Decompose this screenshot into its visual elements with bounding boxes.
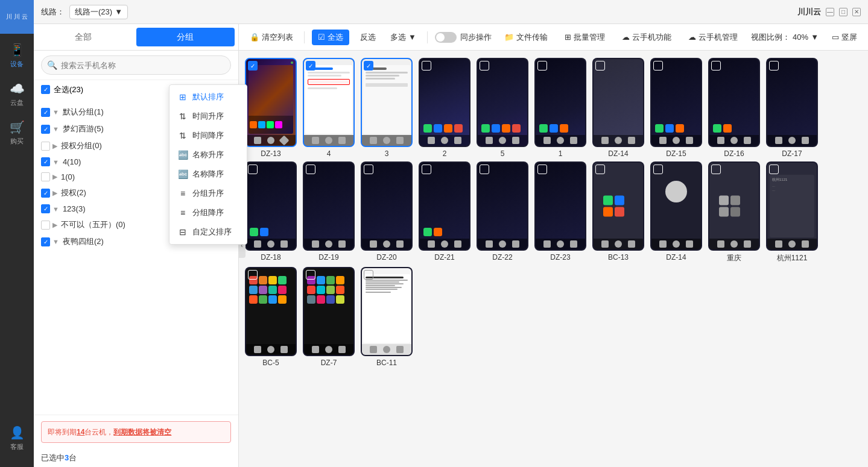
menu-item-time-desc[interactable]: ⇅ 时间降序	[169, 126, 247, 145]
sync-toggle-switch[interactable]	[435, 32, 457, 43]
sidebar-item-service-label: 客服	[10, 442, 24, 451]
phone-card-dz22[interactable]: DZ-22	[475, 161, 530, 263]
group-checkbox-menghuanxiyou[interactable]	[41, 125, 50, 134]
phone-card-bc5[interactable]: BC-5	[244, 267, 298, 367]
phone-card-4[interactable]: 4	[302, 58, 356, 158]
search-input[interactable]	[41, 55, 231, 75]
phone-card-dz18[interactable]: DZ-18	[244, 161, 298, 263]
menu-item-name-asc[interactable]: 🔤 名称升序	[169, 145, 247, 165]
bottom-bar-dz7	[304, 344, 353, 355]
phone-card-dz14b[interactable]: DZ-14	[649, 161, 703, 263]
phone-card-dz14[interactable]: DZ-14	[591, 58, 645, 158]
group-checkbox-bukexiyou[interactable]	[41, 221, 50, 230]
app-icons-1	[538, 123, 583, 134]
chevron-icon-3: ▶	[52, 142, 57, 150]
select-all-button[interactable]: ☑ 全选	[312, 30, 349, 45]
deselect-button[interactable]: 反选	[356, 30, 379, 45]
check-dz14	[595, 61, 605, 71]
tab-all[interactable]: 全部	[34, 24, 133, 50]
phone-card-dz21[interactable]: DZ-21	[417, 161, 472, 263]
chevron-icon-4: ▼	[52, 158, 59, 166]
multi-select-button[interactable]: 多选 ▼	[387, 30, 420, 45]
phone-card-bc11[interactable]: BC-11	[360, 267, 414, 367]
portrait-label: 竖屏	[841, 32, 857, 43]
bi-32	[441, 240, 448, 248]
minimize-button[interactable]: —	[826, 8, 834, 16]
phone-card-dz16[interactable]: DZ-16	[707, 58, 761, 158]
phone-card-dz23[interactable]: DZ-23	[533, 161, 588, 263]
bi-47	[730, 240, 738, 248]
batch-manage-button[interactable]: ⊞ 批量管理	[561, 30, 609, 45]
menu-item-default-sort[interactable]: ⊞ 默认排序	[169, 87, 247, 107]
menu-item-name-desc[interactable]: 🔤 名称降序	[169, 165, 247, 184]
phone-screen-inner-dz21	[420, 163, 469, 249]
group-checkbox-shouquan[interactable]	[41, 142, 50, 151]
phone-screen-inner-dz20	[362, 163, 411, 249]
line-selector[interactable]: 线路一(23) ▼	[69, 5, 128, 19]
menu-item-group-desc[interactable]: ≡ 分组降序	[169, 203, 247, 222]
group-checkbox-default[interactable]	[41, 108, 50, 117]
group-checkbox-123[interactable]	[41, 204, 50, 213]
phone-card-5[interactable]: 5	[475, 58, 530, 158]
sidebar-item-devices[interactable]: 📱 设备	[0, 36, 34, 75]
phone-name-chongqing: 重庆	[727, 253, 741, 263]
phone-card-dz20[interactable]: DZ-20	[360, 161, 414, 263]
check-dz17	[769, 61, 779, 71]
bi-22	[254, 240, 261, 248]
bi-43	[659, 240, 667, 248]
cloud-manage-button[interactable]: ☁ 云手机管理	[685, 30, 741, 45]
group-checkbox-4[interactable]	[41, 157, 50, 166]
warning-count: 14	[77, 428, 84, 436]
menu-label-group-asc: 分组升序	[192, 188, 224, 199]
status-text-2: 台	[69, 453, 77, 462]
bi-16	[717, 137, 724, 144]
tab-group[interactable]: 分组	[136, 28, 235, 46]
bottom-icon-4	[312, 137, 319, 144]
close-button[interactable]: ✕	[852, 8, 861, 16]
bi-3	[454, 137, 461, 144]
file-transfer-button[interactable]: 📁 文件传输	[501, 30, 551, 45]
phone-card-dz7[interactable]: DZ-7	[302, 267, 356, 367]
cloud-func-button[interactable]: ☁ 云手机功能	[618, 30, 675, 45]
phone-screen-dz7	[303, 267, 355, 356]
phone-card-bc13[interactable]: BC-13	[591, 161, 645, 263]
group-checkbox-shouquan2[interactable]	[41, 189, 50, 198]
sidebar-item-shop[interactable]: 🛒 购买	[0, 113, 34, 152]
maximize-button[interactable]: □	[839, 8, 847, 16]
menu-item-custom[interactable]: ⊟ 自定义排序	[169, 222, 247, 242]
phone-card-chongqing[interactable]: 重庆	[707, 161, 761, 263]
app-icons-dz18	[249, 227, 293, 237]
group-checkbox-yeyesizu[interactable]	[41, 237, 50, 246]
bi-11	[615, 137, 622, 144]
group-checkbox-1[interactable]	[41, 172, 50, 181]
portrait-icon: ▭	[832, 33, 839, 42]
warning-link[interactable]: 到期数据将被清空	[113, 428, 171, 436]
line-value: 线路一(23)	[75, 7, 112, 17]
phone-card-2[interactable]: 2	[417, 58, 472, 158]
bi-40	[601, 240, 609, 248]
phone-card-1[interactable]: 1	[533, 58, 588, 158]
search-icon: 🔍	[47, 60, 57, 70]
menu-item-group-asc[interactable]: ≡ 分组升序	[169, 184, 247, 203]
phone-card-hangzhou[interactable]: 杭州1121 ... ... 杭州1121	[765, 161, 819, 263]
phone-screen-inner-dz14	[594, 59, 643, 146]
phone-card-dz19[interactable]: DZ-19	[302, 161, 356, 263]
sidebar-item-cloud[interactable]: ☁️ 云盘	[0, 75, 34, 113]
phone-screen-inner-dz22	[478, 163, 527, 249]
sidebar-item-service[interactable]: 👤 客服	[0, 419, 34, 457]
phone-card-dz13[interactable]: DZ-13	[244, 58, 298, 158]
phone-card-dz17[interactable]: DZ-17	[765, 58, 819, 158]
phone-screen-inner-3	[362, 59, 411, 146]
phone-card-3[interactable]: 3	[360, 58, 414, 158]
chevron-icon: ▼	[52, 108, 59, 116]
clear-list-button[interactable]: 🔒 清空列表	[246, 30, 297, 45]
select-all-checkbox[interactable]	[41, 85, 50, 94]
menu-item-time-asc[interactable]: ⇅ 时间升序	[169, 107, 247, 126]
menu-label-time-asc: 时间升序	[192, 111, 224, 122]
search-box: 🔍	[34, 51, 238, 80]
portrait-button[interactable]: ▭ 竖屏	[828, 30, 861, 45]
bi-50	[788, 240, 796, 248]
bi-27	[338, 240, 346, 248]
phone-card-dz15[interactable]: DZ-15	[649, 58, 703, 158]
bi-33	[454, 240, 461, 248]
